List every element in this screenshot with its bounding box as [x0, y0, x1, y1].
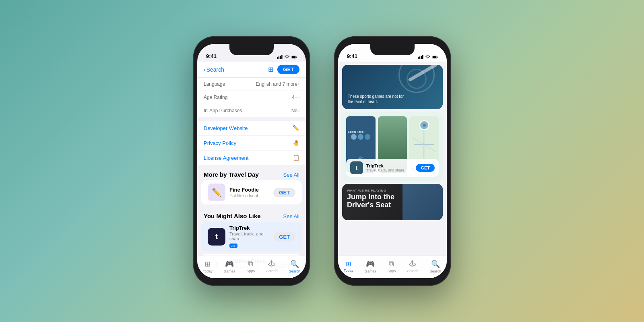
apps-icon-2: ⧉: [389, 260, 394, 268]
fine-foodie-get-button[interactable]: GET: [273, 188, 295, 197]
tab-search-label-2: Search: [430, 269, 442, 273]
tab-today-2[interactable]: ⊞ Today: [344, 260, 353, 272]
also-like-header: You Might Also Like See All: [197, 207, 306, 222]
chevron-left-icon: ‹: [204, 66, 206, 73]
status-icons-2: [418, 55, 438, 59]
triptrek-icon: t: [208, 228, 225, 246]
also-like-see-all[interactable]: See All: [283, 213, 299, 219]
sports-featured-card[interactable]: These sports games are not forthe faint …: [342, 65, 443, 109]
tab-today-label-1: Today: [203, 269, 213, 273]
arcade-icon-1: 🕹: [268, 260, 275, 268]
notch-1: [229, 44, 274, 55]
tab-today-label-2: Today: [344, 268, 353, 272]
back-button[interactable]: ‹ Search: [204, 66, 224, 73]
app-spotlight-card[interactable]: Social Feed 13k Luke: [342, 112, 443, 181]
fine-foodie-info: Fine Foodie Eat like a local.: [229, 187, 269, 198]
notch-2: [370, 44, 415, 55]
wifi-icon-1: [284, 55, 290, 59]
screen-content-2: These sports games are not forthe faint …: [338, 62, 447, 278]
fine-foodie-row[interactable]: ✏️ Fine Foodie Eat like a local. GET: [201, 180, 302, 204]
triptrek-spotlight-icon: t: [350, 161, 363, 174]
battery-icon-1: [291, 55, 297, 59]
chevron-icon-2: ›: [298, 95, 299, 99]
apps-icon-1: ⧉: [248, 260, 253, 268]
phone-2-screen: 9:41: [338, 44, 447, 278]
tab-games-label-1: Games: [224, 269, 235, 273]
time-1: 9:41: [206, 53, 217, 59]
status-icons-1: [277, 55, 297, 59]
triptrek-spotlight-desc: Travel, track, and share.: [366, 168, 413, 172]
app-detail-header: ‹ Search ⊞ GET: [197, 62, 306, 78]
triptrek-spotlight-info: TripTrek Travel, track, and share.: [366, 163, 413, 172]
tab-apps-2[interactable]: ⧉ Apps: [388, 260, 396, 273]
signal-icon-1: [277, 55, 283, 59]
tab-bar-2: ⊞ Today 🎮 Games ⧉ Apps 🕹 Arcade 🔍 S: [338, 256, 447, 278]
edit-icon: ✏️: [293, 125, 299, 131]
tab-apps-label-2: Apps: [388, 269, 396, 273]
svg-rect-3: [281, 55, 282, 59]
today-icon-1: ⊞: [204, 260, 211, 268]
playing-card-content: WHAT WE'RE PLAYING Jump Into theDriver's…: [347, 189, 438, 209]
tab-today-1[interactable]: ⊞ Today: [203, 260, 213, 273]
search-icon-2: 🔍: [431, 260, 440, 268]
tab-search-2[interactable]: 🔍 Search: [430, 260, 442, 273]
wifi-icon-2: [425, 55, 431, 59]
svg-rect-6: [292, 56, 296, 58]
iap-value: No ›: [291, 108, 299, 114]
sports-card-subtitle: These sports games are not forthe faint …: [348, 94, 404, 104]
tab-arcade-2[interactable]: 🕹 Arcade: [407, 260, 419, 273]
tab-games-2[interactable]: 🎮 Games: [365, 260, 376, 273]
tab-apps-label-1: Apps: [247, 269, 255, 273]
more-by-see-all[interactable]: See All: [283, 172, 299, 178]
language-row[interactable]: Language English and 7 more ›: [197, 78, 306, 91]
age-rating-label: Age Rating: [204, 95, 227, 100]
tab-games-label-2: Games: [365, 269, 376, 273]
grid-icon[interactable]: ⊞: [268, 66, 273, 73]
triptrek-get-button[interactable]: GET: [273, 232, 295, 242]
triptrek-spotlight-name: TripTrek: [366, 163, 413, 168]
svg-rect-10: [422, 55, 423, 59]
svg-rect-7: [418, 57, 419, 59]
playing-card[interactable]: WHAT WE'RE PLAYING Jump Into theDriver's…: [342, 184, 443, 220]
back-label: Search: [206, 66, 224, 73]
tab-arcade-label-2: Arcade: [407, 269, 419, 273]
in-app-purchases-row[interactable]: In-App Purchases No ›: [197, 104, 306, 118]
signal-icon-2: [418, 55, 423, 59]
language-value: English and 7 more ›: [256, 81, 299, 87]
phone-2: 9:41: [334, 36, 451, 286]
tab-search-label-1: Search: [289, 269, 301, 273]
svg-rect-5: [296, 57, 297, 58]
triptrek-info: TripTrek Travel, track, and share. Ad: [229, 225, 269, 248]
developer-website-link[interactable]: Developer Website ✏️: [197, 121, 306, 136]
svg-rect-1: [279, 56, 279, 59]
privacy-policy-label: Privacy Policy: [204, 140, 236, 146]
triptrek-name: TripTrek: [229, 225, 269, 231]
tab-games-1[interactable]: 🎮 Games: [224, 260, 235, 273]
triptrek-row[interactable]: t TripTrek Travel, track, and share. Ad …: [201, 222, 302, 252]
sports-card-content: These sports games are not forthe faint …: [348, 94, 404, 104]
tab-arcade-1[interactable]: 🕹 Arcade: [266, 260, 278, 273]
triptrek-desc: Travel, track, and share.: [229, 231, 269, 241]
phone-1-screen: 9:41: [197, 44, 306, 278]
info-rows-section: Language English and 7 more › Age Rating…: [197, 78, 306, 118]
age-rating-row[interactable]: Age Rating 4+ ›: [197, 91, 306, 104]
tab-apps-1[interactable]: ⧉ Apps: [247, 260, 255, 273]
tab-search-1[interactable]: 🔍 Search: [289, 260, 301, 273]
license-agreement-link[interactable]: License Agreement 📋: [197, 151, 306, 165]
arcade-icon-2: 🕹: [409, 260, 416, 268]
games-icon-2: 🎮: [366, 260, 375, 268]
fine-foodie-icon: ✏️: [208, 184, 225, 201]
developer-website-label: Developer Website: [204, 125, 248, 131]
games-icon-1: 🎮: [225, 260, 234, 268]
get-button[interactable]: GET: [277, 65, 299, 74]
search-icon-1: 🔍: [290, 260, 299, 268]
document-icon: 📋: [293, 155, 299, 161]
today-icon-2: ⊞: [346, 260, 351, 268]
chevron-icon: ›: [298, 82, 299, 86]
triptrek-spotlight-get-button[interactable]: GET: [416, 164, 435, 172]
also-like-title: You Might Also Like: [204, 213, 261, 219]
screen-content-1: ‹ Search ⊞ GET Language English and 7 mo…: [197, 62, 306, 278]
privacy-policy-link[interactable]: Privacy Policy 🤚: [197, 136, 306, 151]
tab-bar-1: ⊞ Today 🎮 Games ⧉ Apps 🕹 Arcade 🔍 S: [197, 256, 306, 278]
chevron-icon-3: ›: [298, 109, 299, 113]
